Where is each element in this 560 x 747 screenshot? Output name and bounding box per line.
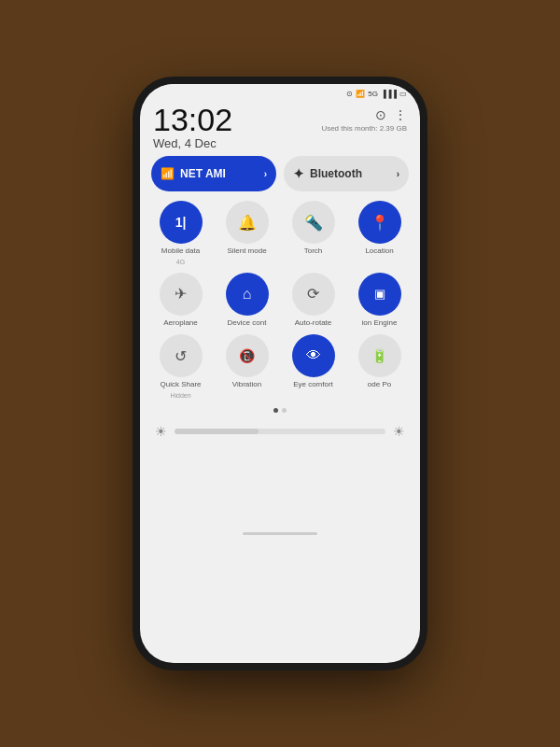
brightness-low-icon: ☀ <box>155 424 167 439</box>
device-control-icon: ⌂ <box>243 286 252 303</box>
settings-icon[interactable]: ⊙ <box>375 107 386 122</box>
vibration-icon: 📵 <box>239 348 255 363</box>
mode-icon: 🔋 <box>371 348 387 363</box>
home-bar <box>243 532 317 535</box>
network-row: 📶 NET AMI › ✦ Bluetooth › <box>151 156 409 191</box>
tile-vibration[interactable]: 📵 Vibration <box>217 334 276 399</box>
wifi-label: NET AMI <box>180 167 226 180</box>
mobile-data-icon-circle: 1| <box>160 201 203 244</box>
silent-mode-icon-circle: 🔔 <box>226 201 269 244</box>
tiles-grid: 1| Mobile data 4G 🔔 Silent mode 🔦 Torch <box>151 201 409 399</box>
tile-eye-comfort[interactable]: 👁 Eye comfort <box>284 334 343 399</box>
torch-icon-circle: 🔦 <box>292 201 335 244</box>
aeroplane-icon-circle: ✈ <box>160 273 203 316</box>
status-icons: ⊙ 📶 5G ▐▐▐ ▭ <box>346 90 407 98</box>
brightness-fill <box>175 429 259 434</box>
more-options-icon[interactable]: ⋮ <box>394 107 407 122</box>
auto-rotate-icon: ⟳ <box>307 285 319 303</box>
vibration-icon-circle: 📵 <box>226 334 269 377</box>
eye-comfort-label: Eye comfort <box>293 380 333 389</box>
bluetooth-icon: ✦ <box>293 166 304 181</box>
vibration-label: Vibration <box>232 380 261 389</box>
page-dots <box>151 408 409 413</box>
torch-label: Torch <box>304 247 323 256</box>
quick-panel: 📶 NET AMI › ✦ Bluetooth › 1| Mobile data… <box>140 150 420 450</box>
quick-share-label: Quick Share <box>160 380 201 389</box>
silent-mode-label: Silent mode <box>227 247 266 256</box>
ion-engine-icon-circle: ▣ <box>358 273 401 316</box>
tile-torch[interactable]: 🔦 Torch <box>284 201 343 265</box>
mobile-data-sublabel: 4G <box>176 259 185 265</box>
tile-silent-mode[interactable]: 🔔 Silent mode <box>217 201 276 265</box>
silent-mode-icon: 🔔 <box>238 214 257 232</box>
home-indicator[interactable] <box>140 525 420 543</box>
brightness-slider[interactable] <box>175 429 385 434</box>
aeroplane-icon: ✈ <box>175 285 187 303</box>
tile-ion-engine[interactable]: ▣ ion Engine <box>350 273 409 328</box>
location-icon-circle: 📍 <box>358 201 401 244</box>
data-usage-label: Used this month: 2.39 GB <box>321 124 407 133</box>
device-control-icon-circle: ⌂ <box>226 273 269 316</box>
tile-auto-rotate[interactable]: ⟳ Auto-rotate <box>284 273 343 328</box>
eye-comfort-icon: 👁 <box>306 347 321 364</box>
ion-engine-icon: ▣ <box>374 287 385 301</box>
wifi-status-icon: 📶 <box>356 90 365 98</box>
clock-date: Wed, 4 Dec <box>153 136 232 150</box>
recording-icon: ⊙ <box>346 90 353 98</box>
auto-rotate-icon-circle: ⟳ <box>292 273 335 316</box>
mobile-data-label: Mobile data <box>161 247 200 256</box>
wifi-button[interactable]: 📶 NET AMI › <box>151 156 276 191</box>
clock-time: 13:02 <box>153 104 232 135</box>
device-control-label: Device cont <box>228 318 267 328</box>
dot-1 <box>273 408 278 413</box>
mode-icon-circle: 🔋 <box>358 334 401 377</box>
phone-frame: ⊙ 📶 5G ▐▐▐ ▭ 13:02 Wed, 4 Dec ⊙ ⋮ Used t… <box>140 84 420 663</box>
signal-icon: 5G <box>368 90 378 98</box>
bottom-space <box>140 450 420 525</box>
battery-icon: ▭ <box>399 90 407 98</box>
bluetooth-chevron-icon[interactable]: › <box>397 169 399 179</box>
wifi-chevron-icon[interactable]: › <box>264 169 267 179</box>
quick-share-icon: ↺ <box>175 347 187 365</box>
eye-comfort-icon-circle: 👁 <box>292 334 335 377</box>
signal-bars-icon: ▐▐▐ <box>381 90 397 98</box>
tile-device-control[interactable]: ⌂ Device cont <box>217 273 276 328</box>
tile-quick-share[interactable]: ↺ Quick Share Hidden <box>151 334 210 399</box>
bluetooth-button[interactable]: ✦ Bluetooth › <box>284 156 409 191</box>
tile-mobile-data[interactable]: 1| Mobile data 4G <box>151 201 210 265</box>
quick-share-sublabel: Hidden <box>170 392 190 399</box>
aeroplane-label: Aeroplane <box>163 318 197 328</box>
mobile-data-icon: 1| <box>175 215 187 230</box>
wifi-icon: 📶 <box>161 167 175 180</box>
tile-aeroplane[interactable]: ✈ Aeroplane <box>151 273 210 328</box>
tile-mode[interactable]: 🔋 ode Po <box>350 334 409 399</box>
tile-location[interactable]: 📍 Location <box>350 201 409 265</box>
location-label: Location <box>365 247 393 256</box>
status-bar: ⊙ 📶 5G ▐▐▐ ▭ <box>153 90 407 98</box>
mode-label: ode Po <box>368 380 391 389</box>
quick-share-icon-circle: ↺ <box>160 334 203 377</box>
brightness-high-icon: ☀ <box>393 424 405 439</box>
auto-rotate-label: Auto-rotate <box>295 318 332 328</box>
bluetooth-label: Bluetooth <box>310 167 362 180</box>
brightness-row: ☀ ☀ <box>151 418 409 444</box>
torch-icon: 🔦 <box>304 214 323 232</box>
location-icon: 📍 <box>371 214 389 232</box>
dot-2 <box>282 408 287 413</box>
ion-engine-label: ion Engine <box>362 318 398 328</box>
notch-area: ⊙ 📶 5G ▐▐▐ ▭ <box>140 84 420 98</box>
